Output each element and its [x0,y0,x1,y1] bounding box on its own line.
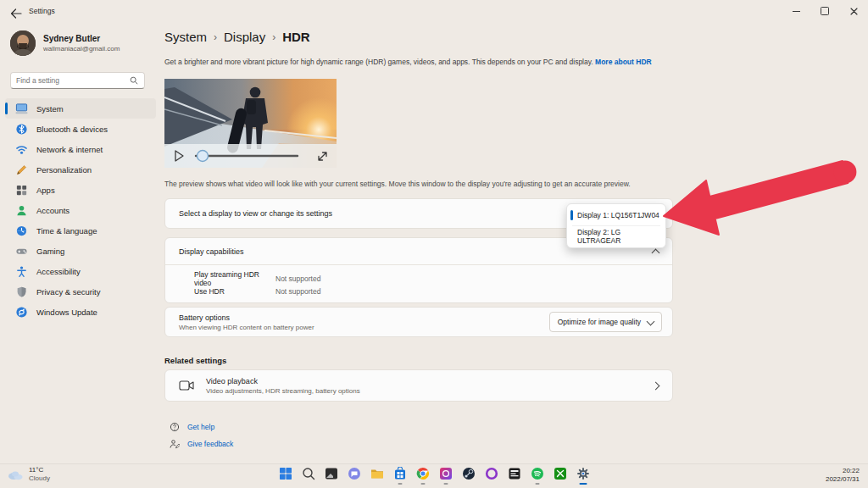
taskbar-photos-dark-app[interactable] [323,465,340,485]
display-dropdown-flyout: Display 1: LQ156T1JW04 Display 2: LG ULT… [566,203,666,248]
taskbar-news-app[interactable] [506,465,523,485]
chevron-down-icon [647,317,655,325]
back-button[interactable] [10,7,22,17]
user-profile[interactable]: Sydney Butler wallmaniacal@gmail.com [10,30,120,56]
taskbar-settings[interactable] [575,465,592,485]
more-about-hdr-link[interactable]: More about HDR [595,58,652,66]
taskbar-xbox[interactable] [552,465,569,485]
video-playback-subtitle: Video adjustments, HDR streaming, batter… [206,387,641,395]
battery-options-dropdown[interactable]: Optimize for image quality [549,312,662,332]
active-app-indicator [579,483,587,485]
clock-globe-icon [15,225,28,237]
minimize-button[interactable] [782,0,810,22]
spotify-icon [531,467,544,480]
display-option-2[interactable]: Display 2: LG ULTRAGEAR [567,227,665,246]
video-playback-card[interactable]: Video playback Video adjustments, HDR st… [164,369,673,402]
display-option-1[interactable]: Display 1: LQ156T1JW04 [567,206,665,225]
windows-start-icon [279,467,292,480]
windows-desktop: Settings Sydney Butler wallmaniacal@gmai… [0,0,868,488]
sidebar-item-personalization[interactable]: Personalization [5,159,156,180]
chrome-icon [416,467,430,480]
settings-search [10,72,145,89]
search-input[interactable] [11,76,130,85]
help-icon [170,422,180,432]
brush-icon [15,164,28,176]
sidebar-item-network-internet[interactable]: Network & internet [5,139,156,159]
battery-options-subtitle: When viewing HDR content on battery powe… [179,324,314,331]
accessibility-person-icon [15,265,28,278]
related-settings-heading: Related settings [164,356,226,365]
sidebar-item-windows-update[interactable]: Windows Update [5,302,156,322]
minimize-icon [793,11,800,12]
taskbar-teams-chat[interactable] [346,465,363,485]
give-feedback-link[interactable]: Give feedback [170,439,233,449]
search-icon [302,467,315,480]
sidebar-item-system[interactable]: System [5,98,156,119]
clock-time: 20:22 [826,467,860,475]
sidebar-item-bluetooth-devices[interactable]: Bluetooth & devices [5,119,156,139]
taskbar-opera[interactable] [483,465,500,485]
photos-icon [439,467,453,480]
clock-date: 2022/07/31 [826,475,860,484]
feedback-icon [170,439,180,449]
video-camera-icon [179,380,194,391]
sidebar-item-gaming[interactable]: Gaming [5,241,156,261]
sidebar-item-apps[interactable]: Apps [5,180,156,200]
taskbar-icons [0,465,868,485]
person-icon [15,204,28,217]
taskbar-file-explorer[interactable] [369,465,386,485]
preview-note: The preview shows what video will look l… [164,180,690,188]
taskbar: 11°C Cloudy [0,463,868,488]
settings-sidebar: Sydney Butler wallmaniacal@gmail.com Sys… [0,24,161,464]
sidebar-item-accessibility[interactable]: Accessibility [5,261,156,281]
system-icon [15,103,28,115]
breadcrumb-separator: › [272,31,275,43]
breadcrumb-display[interactable]: Display [224,30,265,44]
close-icon [850,8,858,15]
wifi-icon [15,143,28,156]
battery-options-card: Battery options When viewing HDR content… [164,307,673,337]
sidebar-item-privacy-security[interactable]: Privacy & security [5,281,156,302]
user-email: wallmaniacal@gmail.com [43,45,120,53]
settings-titlebar: Settings [0,0,868,24]
steam-icon [462,467,476,480]
taskbar-photos[interactable] [437,465,454,485]
taskbar-microsoft-store[interactable] [392,465,409,485]
red-arrow-annotation [653,158,866,247]
sidebar-nav: System Bluetooth & devices Network & int… [5,98,156,322]
chevron-up-icon [652,248,660,257]
sidebar-item-accounts[interactable]: Accounts [5,200,156,220]
folder-icon [370,467,384,480]
hdr-description: Get a brighter and more vibrant picture … [164,58,682,66]
get-help-link[interactable]: Get help [170,422,214,432]
capability-row: Play streaming HDR video Not supported [194,272,672,285]
chat-bubble-icon [348,467,361,480]
search-icon [130,76,138,85]
start-button[interactable] [277,465,294,485]
restore-icon [821,7,829,15]
chevron-right-icon [652,381,660,390]
select-display-label: Select a display to view or change its s… [179,209,332,218]
page-title: HDR [282,30,310,44]
restore-button[interactable] [810,0,839,22]
update-icon [15,306,28,319]
sidebar-item-time-language[interactable]: Time & language [5,220,156,241]
battery-options-title: Battery options [179,313,314,322]
breadcrumb: System › Display › HDR [164,30,310,44]
video-playback-title: Video playback [206,377,641,385]
taskbar-chrome[interactable] [415,465,431,485]
taskbar-steam[interactable] [460,465,477,485]
breadcrumb-system[interactable]: System [164,30,207,44]
news-app-icon [508,467,521,480]
apps-grid-icon [15,184,28,197]
close-button[interactable] [839,0,868,22]
user-name: Sydney Butler [43,34,120,43]
app-title: Settings [29,7,55,15]
taskbar-spotify[interactable] [529,465,546,485]
microsoft-store-icon [393,467,407,480]
taskbar-clock[interactable]: 20:22 2022/07/31 [826,467,860,485]
gamepad-icon [15,245,28,258]
shield-icon [15,286,28,298]
taskbar-search-button[interactable] [300,465,317,485]
opera-icon [485,467,498,480]
